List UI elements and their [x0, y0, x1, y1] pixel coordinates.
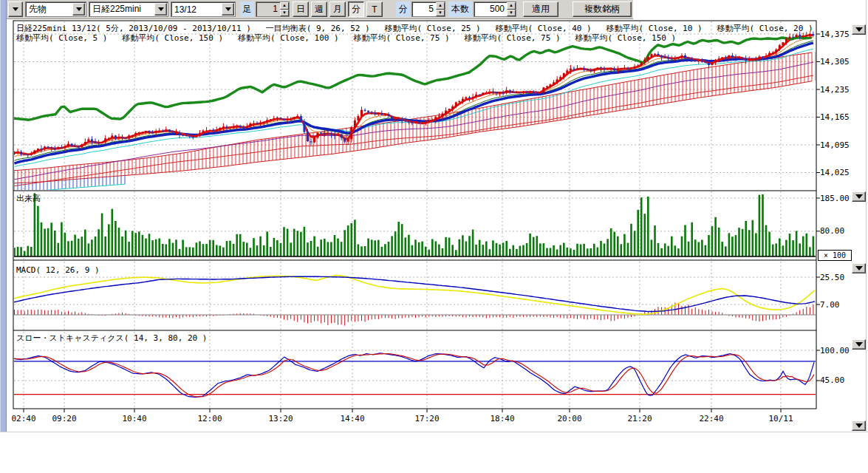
y-axis-label: 25.50: [820, 273, 844, 282]
y-axis-label: 14,375: [820, 30, 850, 39]
stochastics-panel-label: スロー・ストキャスティクス( 14, 3, 80, 20 ): [16, 333, 207, 344]
y-axis-label: 45.00: [820, 375, 844, 385]
window-right-edge: [866, 0, 867, 432]
chart-svg: [0, 0, 868, 432]
scroll-down-button[interactable]: [852, 263, 866, 273]
y-axis-label: 14,305: [820, 57, 850, 67]
scroll-down-button[interactable]: [852, 339, 866, 350]
volume-panel-label: 出来高: [16, 193, 41, 204]
scroll-down-button[interactable]: [852, 421, 866, 431]
triangle-down-icon: [855, 194, 863, 199]
x-axis-label: 10:40: [118, 414, 151, 423]
chart-legend-line2: 移動平均( Close, 5 ) 移動平均( Close, 150 ) 移動平均…: [16, 33, 676, 44]
x-axis-label: 02:40: [7, 414, 40, 423]
triangle-down-icon: [855, 342, 863, 347]
x-axis-label: 10/11: [765, 414, 797, 423]
y-axis-label: 14,025: [820, 168, 850, 177]
x-axis-label: 22:40: [695, 414, 728, 423]
triangle-down-icon: [855, 423, 863, 428]
macd-panel-label: MACD( 12, 26, 9 ): [16, 265, 100, 275]
scroll-down-button[interactable]: [852, 24, 866, 35]
window-bottom-edge: [0, 432, 868, 432]
x-axis-label: 13:20: [264, 414, 297, 423]
x-axis-label: 18:40: [486, 414, 519, 423]
chart-canvas[interactable]: [0, 0, 868, 432]
y-axis-label: 100.00: [820, 346, 850, 355]
scroll-down-button[interactable]: [852, 191, 866, 202]
x-axis-label: 20:00: [553, 414, 586, 423]
y-axis-label: 80.00: [820, 226, 844, 236]
y-axis-label: 14,235: [820, 85, 850, 95]
y-axis-label: 185.00: [820, 194, 850, 203]
volume-multiplier-badge: × 100: [818, 250, 852, 261]
x-axis-label: 09:20: [48, 414, 81, 423]
y-axis-label: 7.00: [820, 300, 840, 310]
x-axis-label: 14:40: [336, 414, 369, 423]
x-axis-label: 12:00: [194, 414, 226, 423]
triangle-down-icon: [855, 27, 863, 32]
x-axis-label: 17:20: [411, 414, 443, 423]
y-axis-label: 14,095: [820, 140, 850, 150]
trading-app-window: 先物 日経225mini 13/12 足 1 ▲▼ 日 週 月 分 T 分 5 …: [0, 0, 868, 473]
triangle-down-icon: [855, 266, 863, 270]
y-axis-label: 14,165: [820, 112, 850, 122]
x-axis-label: 21:20: [623, 414, 656, 423]
